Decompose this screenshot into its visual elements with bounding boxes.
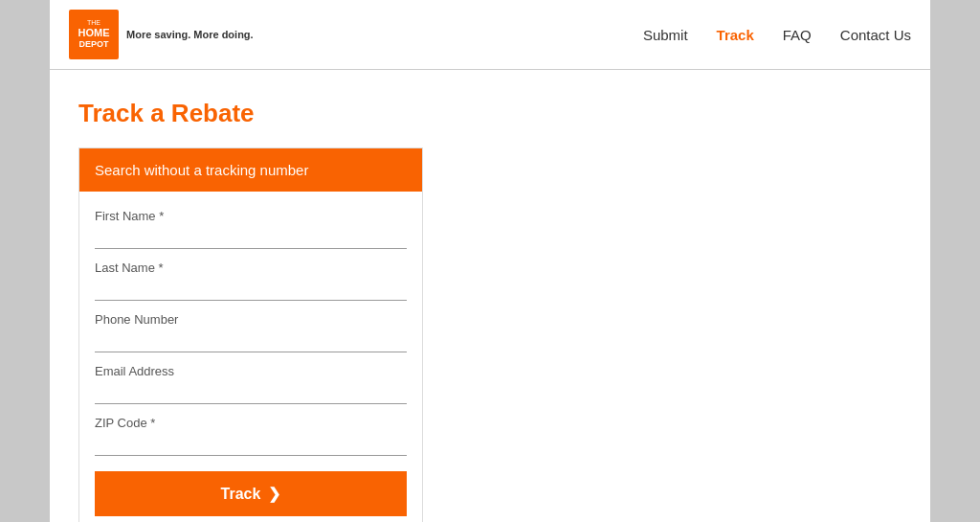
phone-number-field: Phone Number <box>95 305 407 352</box>
form-body: First Name * Last Name * Phone Number Em… <box>79 192 422 522</box>
page-title: Track a Rebate <box>78 99 902 128</box>
last-name-input[interactable] <box>95 277 407 296</box>
logo-icon: THE HOME DEPOT <box>69 10 119 59</box>
logo-home: HOME <box>78 27 110 39</box>
form-card: Search without a tracking number First N… <box>78 148 423 522</box>
nav-faq[interactable]: FAQ <box>783 27 812 43</box>
tagline-text: More saving. More doing. <box>126 29 254 40</box>
header: THE HOME DEPOT More saving. More doing. … <box>50 0 930 70</box>
first-name-label: First Name * <box>95 209 407 223</box>
logo-the: THE <box>87 19 100 27</box>
zip-code-input[interactable] <box>95 432 407 451</box>
track-button[interactable]: Track ❯ <box>95 471 407 516</box>
phone-number-input[interactable] <box>95 329 407 348</box>
zip-code-field: ZIP Code * <box>95 408 407 456</box>
track-button-label: Track <box>221 486 261 503</box>
email-address-label: Email Address <box>95 364 407 378</box>
logo-depot: DEPOT <box>78 39 108 50</box>
logo-container: THE HOME DEPOT More saving. More doing. <box>69 10 254 59</box>
nav: Submit Track FAQ Contact Us <box>643 27 911 43</box>
first-name-field: First Name * <box>95 201 407 249</box>
last-name-label: Last Name * <box>95 261 407 275</box>
main-content: Track a Rebate Search without a tracking… <box>50 70 930 522</box>
zip-code-label: ZIP Code * <box>95 416 407 430</box>
chevron-right-icon: ❯ <box>268 485 280 503</box>
nav-contact-us[interactable]: Contact Us <box>840 27 911 43</box>
last-name-field: Last Name * <box>95 253 407 301</box>
form-card-header: Search without a tracking number <box>79 148 422 192</box>
nav-submit[interactable]: Submit <box>643 27 688 43</box>
logo-tagline: More saving. More doing. <box>126 29 254 40</box>
phone-number-label: Phone Number <box>95 312 407 327</box>
first-name-input[interactable] <box>95 225 407 244</box>
email-address-input[interactable] <box>95 380 407 399</box>
nav-track[interactable]: Track <box>717 27 754 43</box>
email-address-field: Email Address <box>95 356 407 404</box>
